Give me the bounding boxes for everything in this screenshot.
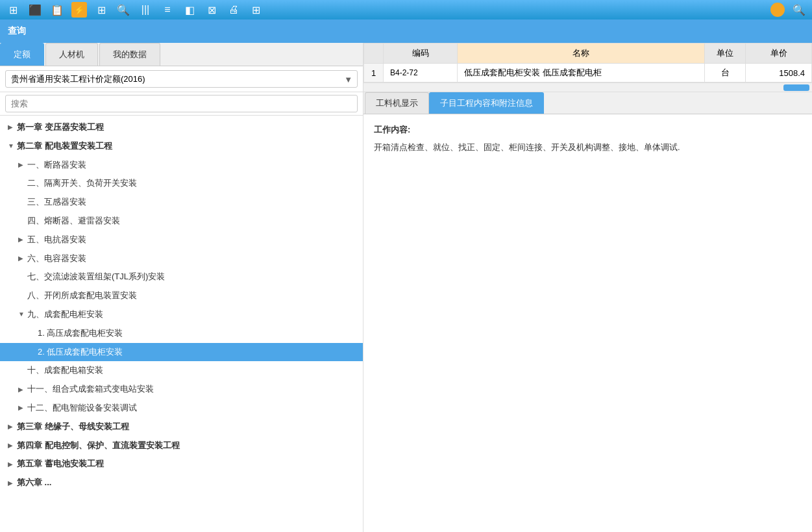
tree-item-ch2-9[interactable]: ▼九、成套配电柜安装	[0, 305, 363, 324]
tree-item-ch3[interactable]: ▶第三章 绝缘子、母线安装工程	[0, 418, 363, 437]
horizontal-scrollbar[interactable]	[363, 83, 812, 92]
work-content-label: 工作内容:	[374, 122, 802, 137]
result-table: 编码 名称 单位 单价 1B4-2-72低压成套配电柜安装 低压成套配电柜台15…	[363, 43, 812, 82]
col-header-name: 名称	[458, 44, 705, 64]
dropdown-container: 贵州省通用安装工程计价定额(2016) ▼	[0, 66, 363, 92]
toolbar-icon-3[interactable]: 📋	[49, 2, 65, 18]
dropdown-wrapper: 贵州省通用安装工程计价定额(2016) ▼	[5, 70, 358, 88]
tree-arrow-icon: ▶	[18, 234, 27, 245]
col-header-num	[364, 44, 384, 64]
cell-price: 1508.4	[746, 64, 812, 82]
tree-container[interactable]: ▶第一章 变压器安装工程▼第二章 配电装置安装工程▶一、断路器安装二、隔离开关、…	[0, 116, 363, 532]
main-content: 定额 人材机 我的数据 贵州省通用安装工程计价定额(2016) ▼ ▶第一章 变…	[0, 43, 812, 532]
tab-rencaiji[interactable]: 人材机	[45, 43, 98, 66]
cell-unit: 台	[704, 64, 745, 82]
tree-item-ch5[interactable]: ▶第五章 蓄电池安装工程	[0, 455, 363, 474]
tree-label: 第五章 蓄电池安装工程	[17, 457, 358, 471]
tree-arrow-icon: ▼	[8, 141, 17, 151]
work-content-text: 开箱清点检查、就位、找正、固定、柜间连接、开关及机构调整、接地、单体调试.	[374, 140, 802, 155]
col-header-price: 单价	[746, 44, 812, 64]
tree-item-ch2-8[interactable]: 八、开闭所成套配电装置安装	[0, 286, 363, 305]
tree-item-ch2-1[interactable]: ▶一、断路器安装	[0, 156, 363, 175]
tab-dinge[interactable]: 定额	[0, 43, 44, 66]
bottom-tab-material[interactable]: 工料机显示	[365, 92, 429, 114]
bottom-tab-bar: 工料机显示 子目工程内容和附注信息	[363, 92, 812, 114]
tree-item-ch2-9-1[interactable]: 1. 高压成套配电柜安装	[0, 324, 363, 343]
search-input[interactable]	[5, 95, 358, 112]
tree-item-ch2-10[interactable]: 十、成套配电箱安装	[0, 361, 363, 380]
tree-label: 二、隔离开关、负荷开关安装	[27, 177, 358, 190]
left-panel: 定额 人材机 我的数据 贵州省通用安装工程计价定额(2016) ▼ ▶第一章 变…	[0, 43, 363, 532]
tree-label: 第三章 绝缘子、母线安装工程	[17, 420, 358, 434]
work-content-area: 工作内容: 开箱清点检查、就位、找正、固定、柜间连接、开关及机构调整、接地、单体…	[363, 114, 812, 532]
right-panel: 编码 名称 单位 单价 1B4-2-72低压成套配电柜安装 低压成套配电柜台15…	[363, 43, 812, 532]
tree-label: 十一、组合式成套箱式变电站安装	[27, 383, 358, 396]
bottom-tab-subcontent[interactable]: 子目工程内容和附注信息	[429, 92, 544, 114]
cell-code: B4-2-72	[384, 64, 458, 82]
toolbar-icon-search2[interactable]: 🔍	[791, 2, 807, 18]
quota-dropdown[interactable]: 贵州省通用安装工程计价定额(2016)	[5, 70, 358, 88]
search-container	[0, 92, 363, 116]
tree-item-ch2[interactable]: ▼第二章 配电装置安装工程	[0, 137, 363, 156]
tree-label: 2. 低压成套配电柜安装	[38, 346, 358, 359]
tree-label: 第四章 配电控制、保护、直流装置安装工程	[17, 439, 358, 453]
tree-label: 十二、配电智能设备安装调试	[27, 401, 358, 415]
toolbar-icon-orange2[interactable]	[770, 3, 785, 17]
toolbar-icon-orange[interactable]: ⚡	[71, 2, 87, 18]
tree-arrow-icon: ▼	[18, 309, 27, 320]
table-container: 编码 名称 单位 单价 1B4-2-72低压成套配电柜安装 低压成套配电柜台15…	[363, 43, 812, 83]
tree-item-ch2-6[interactable]: ▶六、电容器安装	[0, 249, 363, 268]
tab-mydata[interactable]: 我的数据	[99, 43, 160, 66]
tree-arrow-icon: ▶	[18, 385, 27, 395]
tree-label: 五、电抗器安装	[27, 233, 358, 247]
toolbar-icon-4[interactable]: ⊞	[93, 2, 109, 18]
toolbar-icon-8[interactable]: ◧	[182, 2, 197, 18]
tree-arrow-icon: ▶	[8, 459, 17, 470]
tree-label: 三、互感器安装	[27, 196, 358, 209]
tree-item-ch2-5[interactable]: ▶五、电抗器安装	[0, 231, 363, 249]
tree-arrow-icon: ▶	[8, 122, 17, 133]
tree-label: 十、成套配电箱安装	[27, 364, 358, 377]
col-header-unit: 单位	[704, 44, 745, 64]
tree-label: 九、成套配电柜安装	[27, 308, 358, 322]
top-toolbar: ⊞ ⬛ 📋 ⚡ ⊞ 🔍 ||| ≡ ◧ ⊠ 🖨 ⊞ 🔍	[0, 0, 812, 19]
tree-item-ch2-9-2[interactable]: 2. 低压成套配电柜安装	[0, 343, 363, 362]
tree-arrow-icon: ▶	[8, 478, 17, 488]
tree-item-ch2-4[interactable]: 四、熔断器、避雷器安装	[0, 212, 363, 231]
scroll-thumb[interactable]	[783, 84, 809, 91]
tree-item-ch2-2[interactable]: 二、隔离开关、负荷开关安装	[0, 174, 363, 193]
tree-item-ch1[interactable]: ▶第一章 变压器安装工程	[0, 118, 363, 137]
tree-item-ch6[interactable]: ▶第六章 ...	[0, 474, 363, 492]
tree-label: 第六章 ...	[17, 476, 358, 490]
tree-arrow-icon: ▶	[18, 160, 27, 170]
toolbar-icon-10[interactable]: 🖨	[226, 2, 241, 18]
tree-item-ch2-12[interactable]: ▶十二、配电智能设备安装调试	[0, 399, 363, 418]
tree-label: 一、断路器安装	[27, 158, 358, 172]
toolbar-icon-9[interactable]: ⊠	[204, 2, 219, 18]
title-bar: 查询	[0, 19, 812, 43]
tree-item-ch2-7[interactable]: 七、交流滤波装置组架(TJL系列)安装	[0, 268, 363, 286]
toolbar-icon-1[interactable]: ⊞	[5, 2, 21, 18]
toolbar-icon-6[interactable]: |||	[138, 2, 153, 18]
tree-label: 第二章 配电装置安装工程	[17, 140, 358, 153]
toolbar-icon-2[interactable]: ⬛	[27, 2, 43, 18]
tree-label: 1. 高压成套配电柜安装	[38, 327, 358, 340]
tree-label: 第一章 变压器安装工程	[17, 121, 358, 134]
tree-item-ch2-3[interactable]: 三、互感器安装	[0, 193, 363, 212]
cell-num: 1	[364, 64, 384, 82]
toolbar-icon-7[interactable]: ≡	[160, 2, 175, 18]
tab-bar: 定额 人材机 我的数据	[0, 43, 363, 66]
toolbar-icon-5[interactable]: 🔍	[116, 2, 131, 18]
tree-label: 四、熔断器、避雷器安装	[27, 214, 358, 228]
col-header-code: 编码	[384, 44, 458, 64]
tree-item-ch2-11[interactable]: ▶十一、组合式成套箱式变电站安装	[0, 380, 363, 399]
tree-label: 八、开闭所成套配电装置安装	[27, 289, 358, 303]
tree-item-ch4[interactable]: ▶第四章 配电控制、保护、直流装置安装工程	[0, 437, 363, 455]
tree-arrow-icon: ▶	[8, 422, 17, 432]
tree-arrow-icon: ▶	[18, 253, 27, 264]
table-row[interactable]: 1B4-2-72低压成套配电柜安装 低压成套配电柜台1508.4	[364, 64, 812, 82]
cell-name: 低压成套配电柜安装 低压成套配电柜	[458, 64, 705, 82]
tree-label: 六、电容器安装	[27, 252, 358, 266]
toolbar-icon-11[interactable]: ⊞	[248, 2, 264, 18]
tree-arrow-icon: ▶	[8, 440, 17, 451]
